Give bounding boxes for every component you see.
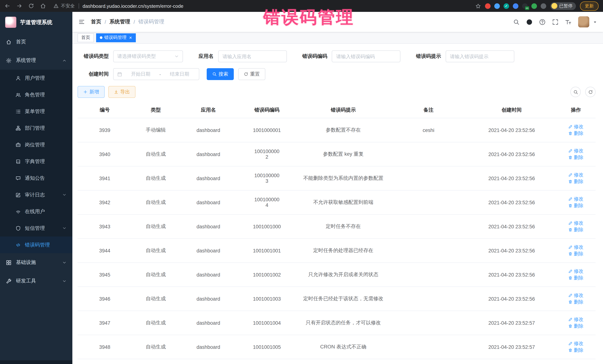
- edit-link[interactable]: 修改: [568, 172, 583, 178]
- cell-code: 1001001005: [237, 335, 297, 359]
- sidebar-item[interactable]: 用户管理: [0, 70, 72, 86]
- sidebar-item[interactable]: 基础设施: [0, 253, 72, 272]
- filter-app-name: 应用名: [198, 50, 287, 62]
- sidebar-item[interactable]: 字典管理: [0, 153, 72, 170]
- proxy-extension-icon[interactable]: on: [522, 3, 528, 9]
- online-users-icon: [16, 209, 21, 214]
- pin-extension-icon[interactable]: [541, 3, 546, 9]
- briefcase-icon: [16, 142, 21, 147]
- edit-link[interactable]: 修改: [568, 220, 583, 226]
- navbar-actions: [513, 16, 597, 27]
- profile-avatar-icon: [551, 3, 557, 9]
- cell-actions: 修改删除: [556, 118, 596, 142]
- sidebar-submenu: 用户管理角色管理菜单管理部门管理岗位管理字典管理通知公告审计日志在线用户短信管理…: [0, 70, 72, 253]
- error-type-select[interactable]: 请选择错误码类型: [113, 50, 183, 62]
- column-header: 备注: [390, 102, 467, 118]
- cell-code: 100100000 3: [237, 166, 297, 190]
- delete-link[interactable]: 删除: [568, 323, 583, 330]
- dev-tools-icon: [6, 278, 12, 284]
- edit-link[interactable]: 修改: [568, 340, 583, 347]
- delete-link[interactable]: 删除: [568, 178, 583, 185]
- delete-link[interactable]: 删除: [568, 226, 583, 233]
- user-avatar[interactable]: [578, 16, 589, 27]
- tag-label: 首页: [81, 34, 90, 41]
- delete-link[interactable]: 删除: [568, 251, 583, 257]
- sidebar-item[interactable]: 系统管理: [0, 51, 72, 70]
- sidebar-item[interactable]: 角色管理: [0, 86, 72, 103]
- sidebar-item-label: 菜单管理: [25, 108, 66, 115]
- sidebar-item[interactable]: 研发工具: [0, 272, 72, 290]
- browser-update-button[interactable]: 更新: [580, 1, 599, 11]
- address-bar[interactable]: 不安全 dashboard.yudao.iocoder.cn/system/er…: [53, 3, 183, 9]
- edit-link[interactable]: 修改: [568, 268, 583, 275]
- close-tag-icon[interactable]: ×: [129, 35, 132, 40]
- profile-paused-badge[interactable]: 已暂停: [550, 2, 576, 10]
- hamburger-icon[interactable]: [78, 19, 85, 25]
- sidebar-item-label: 岗位管理: [25, 141, 66, 148]
- start-date-placeholder: 开始日期: [125, 71, 156, 77]
- edit-link[interactable]: 修改: [568, 196, 583, 202]
- reset-button[interactable]: 重置: [238, 68, 265, 80]
- font-size-icon[interactable]: [565, 19, 571, 25]
- edit-link[interactable]: 修改: [568, 244, 583, 251]
- sidebar-item[interactable]: 审计日志: [0, 187, 72, 203]
- bookmark-star-icon[interactable]: [475, 3, 481, 9]
- add-button[interactable]: 新增: [78, 86, 105, 98]
- edit-link[interactable]: 修改: [568, 147, 583, 154]
- error-code-input[interactable]: [332, 50, 400, 62]
- refresh-table-button[interactable]: [585, 87, 596, 97]
- help-icon[interactable]: [539, 19, 545, 25]
- tag-error-code[interactable]: 错误码管理 ×: [96, 33, 136, 42]
- export-button[interactable]: 导出: [108, 86, 135, 98]
- apps-grid-extension-icon[interactable]: [513, 3, 518, 9]
- check-extension-icon[interactable]: ✓: [504, 3, 509, 9]
- address-divider: [79, 3, 79, 9]
- cell-id: 3948: [78, 335, 132, 359]
- error-message-input[interactable]: [445, 50, 514, 62]
- caret-down-icon[interactable]: [593, 20, 597, 24]
- cell-remark: [390, 287, 467, 311]
- delete-link[interactable]: 删除: [568, 154, 583, 161]
- create-time-range-picker[interactable]: 开始日期 - 结束日期: [113, 68, 199, 80]
- reload-icon[interactable]: [28, 3, 34, 9]
- cell-time: 2021-04-20 23:52:56: [467, 142, 556, 166]
- delete-link[interactable]: 删除: [568, 202, 583, 209]
- chevron-down-icon: [62, 260, 66, 265]
- github-icon[interactable]: [526, 19, 533, 25]
- sidebar-item[interactable]: 菜单管理: [0, 103, 72, 120]
- chevron-up-icon: [62, 58, 66, 62]
- record-extension-icon[interactable]: [485, 3, 491, 9]
- picker-extension-icon[interactable]: [494, 3, 500, 9]
- breadcrumb-home[interactable]: 首页: [91, 19, 101, 25]
- breadcrumb-system[interactable]: 系统管理: [109, 19, 130, 25]
- sidebar-item[interactable]: 岗位管理: [0, 136, 72, 153]
- delete-link[interactable]: 删除: [568, 299, 583, 305]
- edit-link[interactable]: 修改: [568, 123, 583, 130]
- cell-type: 自动生成: [132, 214, 180, 239]
- sidebar-item[interactable]: 部门管理: [0, 120, 72, 136]
- edit-icon: [568, 245, 573, 249]
- delete-link[interactable]: 删除: [568, 347, 583, 354]
- logo-row[interactable]: 芋道管理系统: [0, 12, 72, 33]
- fullscreen-icon[interactable]: [552, 19, 558, 25]
- sidebar-item[interactable]: 错误码管理: [0, 236, 72, 253]
- app-name-input[interactable]: [218, 50, 287, 62]
- browser-home-icon[interactable]: [40, 3, 46, 9]
- sidebar-item[interactable]: 短信管理: [0, 220, 72, 236]
- delete-link[interactable]: 删除: [568, 130, 583, 137]
- delete-link[interactable]: 删除: [568, 275, 583, 281]
- sidebar-item[interactable]: 在线用户: [0, 203, 72, 220]
- search-icon[interactable]: [513, 19, 520, 25]
- back-icon[interactable]: [4, 3, 10, 9]
- search-button[interactable]: 搜索: [207, 68, 234, 80]
- sidebar-item[interactable]: 通知公告: [0, 170, 72, 187]
- cell-time: 2021-04-20 23:52:57: [467, 311, 556, 335]
- chevron-down-icon: [174, 54, 179, 59]
- toggle-search-button[interactable]: [570, 87, 581, 97]
- edit-link[interactable]: 修改: [568, 292, 583, 299]
- forward-icon[interactable]: [16, 3, 22, 9]
- sidebar-item[interactable]: 首页: [0, 33, 72, 51]
- edit-link[interactable]: 修改: [568, 316, 583, 323]
- leaf-extension-icon[interactable]: [531, 3, 537, 9]
- tag-home[interactable]: 首页: [78, 33, 94, 42]
